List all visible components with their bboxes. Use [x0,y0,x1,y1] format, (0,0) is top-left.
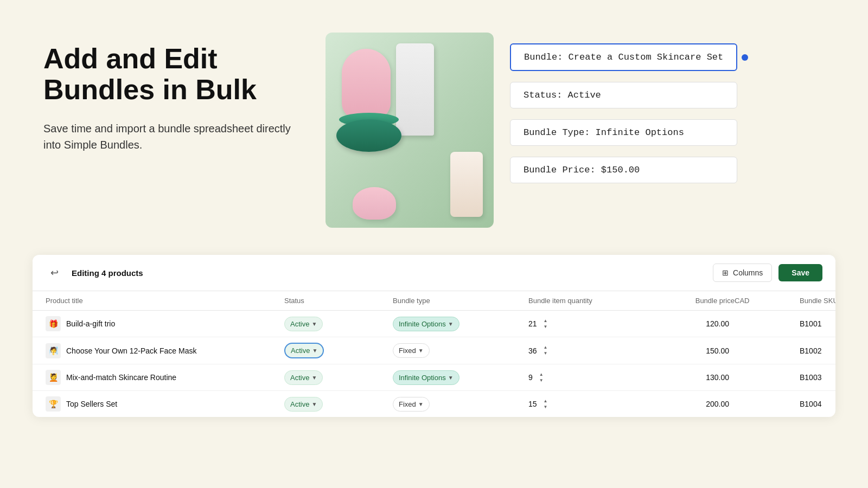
product-cell: 💆 Mix-and-match Skincare Routine [46,370,284,385]
col-header-quantity: Bundle item quantity [528,297,648,305]
sku-cell: B1001 [800,319,835,328]
quantity-decrement[interactable]: ▼ [537,378,546,383]
quantity-decrement[interactable]: ▼ [541,351,550,356]
chevron-down-icon: ▼ [312,348,317,354]
save-button[interactable]: Save [778,264,822,281]
status-label: Active [290,320,309,328]
product-cell: 🏆 Top Sellers Set [46,396,284,412]
product-icon: 🎁 [46,316,61,331]
status-label: Active [290,374,309,382]
info-cards: Bundle: Create a Custom Skincare Set Sta… [510,33,737,183]
product-cell: 🧖 Choose Your Own 12-Pack Face Mask [46,343,284,358]
product-title: Top Sellers Set [66,400,117,408]
price-cell: 200.00 [648,400,735,408]
quantity-stepper[interactable]: ▲ ▼ [541,345,550,356]
hero-text-section: Add and Edit Bundles in Bulk Save time a… [43,33,293,153]
chevron-down-icon: ▼ [311,375,317,381]
bundle-type-cell: Fixed ▼ [393,343,528,358]
product-cell: 🎁 Build-a-gift trio [46,316,284,331]
price-cell: 120.00 [648,319,735,328]
product-icon: 💆 [46,370,61,385]
col-header-cad: CAD [735,297,800,305]
chevron-down-icon: ▼ [311,401,317,407]
chevron-down-icon: ▼ [448,375,454,381]
product-image [326,33,494,228]
hero-visual: Bundle: Create a Custom Skincare Set Sta… [326,33,825,228]
status-cell: Active ▼ [284,317,393,331]
sku-cell: B1002 [800,346,835,355]
product-title: Choose Your Own 12-Pack Face Mask [66,346,196,355]
quantity-cell: 21 ▲ ▼ [528,318,648,330]
product-title: Build-a-gift trio [66,319,115,328]
quantity-value: 9 [528,373,533,382]
bundle-type-cell: Fixed ▼ [393,397,528,412]
table-row: 🧖 Choose Your Own 12-Pack Face Mask Acti… [33,337,835,364]
bundle-type-card: Bundle Type: Infinite Options [510,119,737,146]
quantity-value: 15 [528,400,537,408]
chevron-down-icon: ▼ [418,348,424,354]
table-header-row: Product title Status Bundle type Bundle … [33,291,835,311]
col-header-sku: Bundle SKU [800,297,835,305]
hero-title: Add and Edit Bundles in Bulk [43,43,293,105]
hero-subtitle: Save time and import a bundle spreadshee… [43,120,293,153]
sku-cell: B1003 [800,373,835,382]
bundle-type-badge[interactable]: Infinite Options ▼ [393,317,459,331]
status-cell: Active ▼ [284,370,393,385]
status-label: Active [291,346,310,355]
col-header-status: Status [284,297,393,305]
quantity-increment[interactable]: ▲ [541,399,550,404]
status-dropdown[interactable]: Active ▼ [284,317,323,331]
status-label: Active [290,400,309,408]
panel-header: ↩ Editing 4 products ⊞ Columns Save [33,255,835,291]
quantity-stepper[interactable]: ▲ ▼ [541,399,550,410]
quantity-stepper[interactable]: ▲ ▼ [537,372,546,383]
header-actions: ⊞ Columns Save [713,264,822,282]
price-cell: 130.00 [648,373,735,382]
price-cell: 150.00 [648,346,735,355]
status-dropdown[interactable]: Active ▼ [284,397,323,412]
quantity-stepper[interactable]: ▲ ▼ [541,318,550,330]
bundle-name-card: Bundle: Create a Custom Skincare Set [510,43,737,71]
quantity-value: 36 [528,346,537,355]
col-header-price: Bundle price [648,297,735,305]
col-header-product-title: Product title [46,297,284,305]
status-card: Status: Active [510,82,737,108]
table-body: 🎁 Build-a-gift trio Active ▼ Infinite Op… [33,311,835,417]
table-row: 💆 Mix-and-match Skincare Routine Active … [33,364,835,391]
status-dropdown[interactable]: Active ▼ [284,343,324,358]
columns-button[interactable]: ⊞ Columns [713,264,772,282]
product-icon: 🧖 [46,343,61,358]
table-row: 🎁 Build-a-gift trio Active ▼ Infinite Op… [33,311,835,337]
quantity-cell: 15 ▲ ▼ [528,399,648,410]
table-row: 🏆 Top Sellers Set Active ▼ Fixed ▼ 15 ▲ … [33,391,835,417]
status-cell: Active ▼ [284,397,393,412]
product-title: Mix-and-match Skincare Routine [66,373,176,382]
quantity-cell: 9 ▲ ▼ [528,372,648,383]
sku-cell: B1004 [800,400,835,408]
bundle-type-fixed[interactable]: Fixed ▼ [393,397,430,412]
bundle-type-cell: Infinite Options ▼ [393,370,528,385]
quantity-decrement[interactable]: ▼ [541,324,550,330]
chevron-down-icon: ▼ [418,401,424,407]
back-icon[interactable]: ↩ [46,264,63,281]
quantity-increment[interactable]: ▲ [541,318,550,324]
col-header-bundle-type: Bundle type [393,297,528,305]
columns-grid-icon: ⊞ [722,268,729,277]
quantity-increment[interactable]: ▲ [541,345,550,350]
status-cell: Active ▼ [284,343,393,358]
product-icon: 🏆 [46,396,61,412]
bundle-type-badge[interactable]: Infinite Options ▼ [393,370,459,385]
quantity-cell: 36 ▲ ▼ [528,345,648,356]
chevron-down-icon: ▼ [311,321,317,327]
bottom-section: ↩ Editing 4 products ⊞ Columns Save Prod… [0,255,868,417]
quantity-increment[interactable]: ▲ [537,372,546,377]
quantity-decrement[interactable]: ▼ [541,404,550,410]
quantity-value: 21 [528,319,537,328]
spreadsheet-panel: ↩ Editing 4 products ⊞ Columns Save Prod… [33,255,835,417]
panel-title: Editing 4 products [72,268,704,278]
chevron-down-icon: ▼ [448,321,454,327]
bundle-type-cell: Infinite Options ▼ [393,317,528,331]
status-dropdown[interactable]: Active ▼ [284,370,323,385]
bundle-price-card: Bundle Price: $150.00 [510,157,737,183]
bundle-type-fixed[interactable]: Fixed ▼ [393,343,430,358]
